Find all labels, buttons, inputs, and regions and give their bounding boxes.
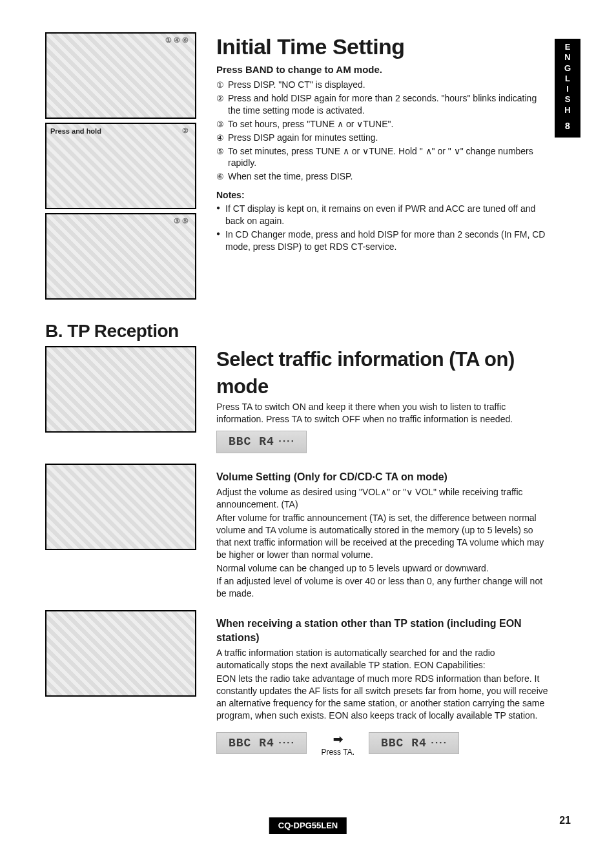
step-item: ⑤To set minutes, press TUNE ∧ or ∨TUNE. … [216, 145, 548, 170]
figure-callouts: ③ ⑤ [174, 216, 189, 226]
lcd-text: BBC R4 [229, 435, 274, 448]
section-b-heading: B. TP Reception [45, 319, 580, 343]
arrow-group: ➡ Press TA. [321, 732, 354, 757]
eon-heading: When receiving a station other than TP s… [216, 617, 548, 644]
figure-label: Press and hold [50, 127, 101, 136]
volume-heading: Volume Setting (Only for CD/CD·C TA on m… [216, 470, 548, 484]
lcd-transition-row: BBC R4▪▪▪▪ ➡ Press TA. BBC R4▪▪▪▪ [216, 728, 548, 761]
volume-p1: Adjust the volume as desired using "VOL∧… [216, 486, 548, 511]
lcd-display-before: BBC R4▪▪▪▪ [216, 732, 307, 754]
step-text: Press DISP. "NO CT" is displayed. [228, 79, 365, 90]
step-text: To set hours, press "TUNE ∧ or ∨TUNE". [228, 119, 393, 129]
tab-letter: I [566, 85, 569, 94]
step-list: ①Press DISP. "NO CT" is displayed. ②Pres… [216, 79, 548, 183]
language-tab: E N G L I S H 8 [555, 39, 580, 138]
page-number: 21 [559, 814, 571, 828]
step-item: ③To set hours, press "TUNE ∧ or ∨TUNE". [216, 118, 548, 130]
figure-step-2: Press and hold ② [45, 123, 196, 209]
lcd-display: BBC R4▪▪▪▪ [216, 431, 307, 453]
ta-title: Select traffic information (TA on) mode [216, 346, 548, 400]
lcd-display-after: BBC R4▪▪▪▪ [369, 732, 459, 754]
tab-letter: L [565, 74, 570, 83]
notes-heading: Notes: [216, 189, 548, 201]
eon-p2: EON lets the radio take advantage of muc… [216, 673, 548, 722]
section-subtitle: Press BAND to change to AM mode. [216, 63, 548, 76]
note-item: In CD Changer mode, press and hold DISP … [216, 229, 548, 253]
arrow-label: Press TA. [321, 747, 354, 757]
tab-letter: S [565, 95, 571, 104]
volume-p2: After volume for traffic announcement (T… [216, 512, 548, 561]
tab-page-number: 8 [565, 121, 570, 131]
step-text: When set the time, press DISP. [228, 171, 353, 181]
tab-letter: H [564, 106, 570, 115]
tab-letter: E [565, 43, 571, 52]
lcd-text: BBC R4 [229, 737, 274, 750]
step-text: To set minutes, press TUNE ∧ or ∨TUNE. H… [228, 146, 533, 169]
lcd-text: BBC R4 [381, 737, 427, 750]
figure-ta-panel [45, 346, 196, 433]
volume-p3: Normal volume can be changed up to 5 lev… [216, 562, 548, 575]
step-item: ②Press and hold DISP again for more than… [216, 92, 548, 117]
eon-p1: A traffic information station is automat… [216, 647, 548, 671]
arrow-icon: ➡ [321, 732, 354, 747]
tab-letter: N [564, 53, 570, 62]
figure-eon-panel [45, 610, 196, 697]
figure-callouts: ① ④ ⑥ [165, 36, 189, 45]
step-item: ④Press DISP again for minutes setting. [216, 132, 548, 144]
ta-intro: Press TA to switch ON and keep it there … [216, 401, 548, 425]
figure-callouts: ② [182, 126, 189, 136]
section-title: Initial Time Setting [216, 32, 548, 62]
notes-list: If CT display is kept on, it remains on … [216, 203, 548, 253]
volume-p4: If an adjusted level of volume is over 4… [216, 575, 548, 600]
step-text: Press and hold DISP again for more than … [228, 93, 537, 116]
tab-letter: G [564, 64, 571, 73]
step-item: ⑥When set the time, press DISP. [216, 170, 548, 183]
step-text: Press DISP again for minutes setting. [228, 132, 378, 143]
figure-step-3: ③ ⑤ [45, 213, 196, 300]
note-item: If CT display is kept on, it remains on … [216, 203, 548, 227]
figure-step-1: ① ④ ⑥ [45, 32, 196, 119]
figure-volume-knob [45, 464, 196, 550]
step-item: ①Press DISP. "NO CT" is displayed. [216, 79, 548, 91]
model-label: CQ-DPG55LEN [269, 817, 347, 834]
